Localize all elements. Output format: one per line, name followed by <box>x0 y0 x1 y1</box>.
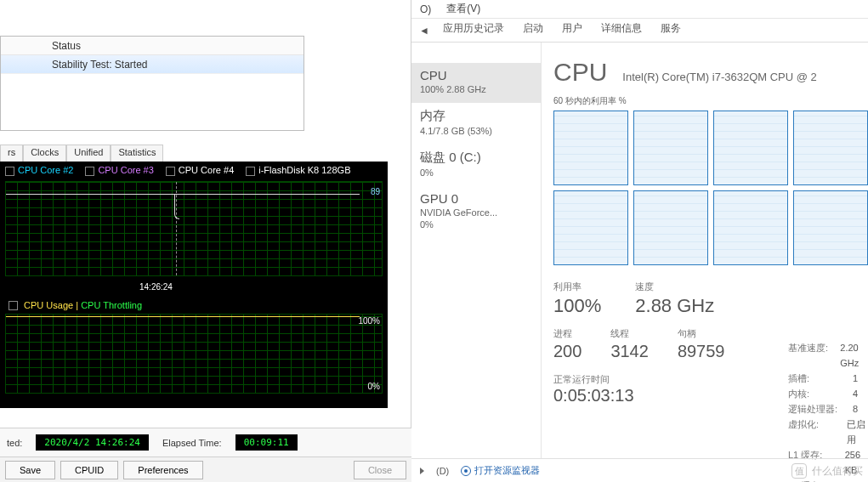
tab-unified[interactable]: Unified <box>66 145 111 162</box>
util-value: 100% <box>553 295 601 317</box>
save-button[interactable]: Save <box>5 461 55 479</box>
tab-scroll-left[interactable]: ◄ <box>415 20 434 42</box>
thread-value: 3142 <box>610 342 649 361</box>
core-graph-5[interactable] <box>633 190 708 265</box>
trace-usage <box>6 316 360 317</box>
trace-line <box>6 194 360 196</box>
graph-temp[interactable]: 89 <box>5 181 383 276</box>
tab-services[interactable]: 服务 <box>651 16 690 42</box>
spec-lp-v: 8 <box>853 401 858 417</box>
status-table: Status Stability Test: Started <box>0 36 304 131</box>
tm-sidebar: CPU 100% 2.88 GHz 内存 4.1/7.8 GB (53%) 磁盘… <box>411 43 542 458</box>
checkbox-icon[interactable] <box>85 167 94 176</box>
util-label: 利用率 <box>553 281 601 293</box>
menu-view[interactable]: 查看(V) <box>446 2 480 16</box>
spec-virt-k: 虚拟化: <box>788 417 842 447</box>
menu-options[interactable]: O) <box>420 3 431 15</box>
preferences-button[interactable]: Preferences <box>123 461 202 479</box>
legend-bottom: CPU Usage | CPU Throttling <box>0 295 388 313</box>
spec-lp-k: 逻辑处理器: <box>788 401 848 417</box>
status-row[interactable]: Stability Test: Started <box>1 55 304 74</box>
legend-throttle: CPU Throttling <box>81 300 142 310</box>
tm-body: CPU 100% 2.88 GHz 内存 4.1/7.8 GB (53%) 磁盘… <box>411 43 868 458</box>
spec-base-v: 2.20 GHz <box>840 340 868 371</box>
spec-sock-v: 1 <box>853 371 858 386</box>
checkbox-icon[interactable] <box>9 301 18 310</box>
legend-sep: | <box>76 300 78 310</box>
sensor-tabs: rs Clocks Unified Statistics <box>0 145 163 162</box>
core-graph-7[interactable] <box>793 190 868 265</box>
legend-usage: CPU Usage <box>24 300 73 310</box>
elapsed-value: 00:09:11 <box>235 434 298 451</box>
sidebar-item-gpu[interactable]: GPU 0 NVIDIA GeForce... 0% <box>411 186 541 238</box>
fewer-details[interactable]: (D) <box>436 466 449 476</box>
tab-startup[interactable]: 启动 <box>513 16 553 42</box>
core-graph-1[interactable] <box>633 111 708 185</box>
chevron-icon[interactable] <box>420 468 424 474</box>
checkbox-icon[interactable] <box>5 167 14 176</box>
legend-core2[interactable]: CPU Core #2 <box>5 165 73 176</box>
cpu-header: CPU Intel(R) Core(TM) i7-3632QM CPU @ 2 <box>553 58 868 87</box>
core-graph-2[interactable] <box>713 111 788 185</box>
speed-value: 2.88 GHz <box>635 295 714 317</box>
grid <box>6 182 382 275</box>
legend-top: CPU Core #2 CPU Core #3 CPU Core #4 i-Fl… <box>0 162 388 179</box>
open-resource-monitor[interactable]: 打开资源监视器 <box>461 464 540 477</box>
sidebar-gpu-sub2: 0% <box>420 219 532 230</box>
legend-core4[interactable]: CPU Core #4 <box>166 165 234 176</box>
stat-speed: 速度 2.88 GHz <box>635 281 714 317</box>
spec-core-k: 内核: <box>788 386 848 401</box>
sidebar-mem-title: 内存 <box>420 108 532 124</box>
stats-row1: 利用率 100% 速度 2.88 GHz <box>553 281 868 317</box>
cpu-name: Intel(R) Core(TM) i7-3632QM CPU @ 2 <box>622 71 816 83</box>
legend-flash[interactable]: i-FlashDisk K8 128GB <box>246 165 350 176</box>
thread-label: 线程 <box>610 327 649 340</box>
cpu-title: CPU <box>553 58 607 87</box>
spec-sock-k: 插槽: <box>788 371 848 386</box>
close-button[interactable]: Close <box>354 461 406 479</box>
sidebar-item-cpu[interactable]: CPU 100% 2.88 GHz <box>411 63 541 103</box>
tm-tabs: ◄ 应用历史记录 启动 用户 详细信息 服务 <box>411 19 868 43</box>
graph-sublabel: 60 秒内的利用率 % <box>553 95 868 107</box>
stat-handles: 句柄 89759 <box>678 327 725 361</box>
tab-statistics[interactable]: Statistics <box>111 145 163 162</box>
cpuid-button[interactable]: CPUID <box>60 461 118 479</box>
time-bar: ted: 2020/4/2 14:26:24 Elapsed Time: 00:… <box>0 428 411 456</box>
tm-footer: (D) 打开资源监视器 <box>411 458 868 482</box>
legend-core3[interactable]: CPU Core #3 <box>85 165 153 176</box>
sidebar-cpu-sub: 100% 2.88 GHz <box>420 84 532 94</box>
checkbox-icon[interactable] <box>166 167 175 176</box>
tab-sensors[interactable]: rs <box>0 145 23 162</box>
core-graph-6[interactable] <box>713 190 788 265</box>
sidebar-item-disk[interactable]: 磁盘 0 (C:) 0% <box>411 145 541 186</box>
cpuid-window: Status Stability Test: Started rs Clocks… <box>0 0 411 482</box>
sidebar-mem-sub: 4.1/7.8 GB (53%) <box>420 126 532 136</box>
tab-details[interactable]: 详细信息 <box>592 16 651 42</box>
scale-100: 100% <box>358 316 380 326</box>
sidebar-disk-title: 磁盘 0 (C:) <box>420 150 532 166</box>
tab-clocks[interactable]: Clocks <box>23 145 66 162</box>
tab-history[interactable]: 应用历史记录 <box>434 16 513 42</box>
tm-main: CPU Intel(R) Core(TM) i7-3632QM CPU @ 2 … <box>542 43 868 458</box>
proc-label: 进程 <box>553 327 582 340</box>
graph-usage[interactable]: 100% 0% <box>5 314 383 394</box>
core-graph-4[interactable] <box>553 190 628 265</box>
spec-core-v: 4 <box>853 386 858 401</box>
tab-users[interactable]: 用户 <box>553 16 592 42</box>
monitor-icon <box>461 466 471 476</box>
core-graph-0[interactable] <box>553 111 628 185</box>
core-graph-3[interactable] <box>793 111 868 185</box>
speed-label: 速度 <box>635 281 714 293</box>
sidebar-gpu-sub1: NVIDIA GeForce... <box>420 207 532 218</box>
sidebar-gpu-title: GPU 0 <box>420 191 532 206</box>
sidebar-item-memory[interactable]: 内存 4.1/7.8 GB (53%) <box>411 103 541 145</box>
task-manager: O) 查看(V) ◄ 应用历史记录 启动 用户 详细信息 服务 CPU 100%… <box>411 0 868 482</box>
started-value: 2020/4/2 14:26:24 <box>36 434 149 451</box>
spec-base-k: 基准速度: <box>788 340 835 371</box>
status-header[interactable]: Status <box>1 37 304 55</box>
status-empty <box>1 74 304 130</box>
monitor-panel: CPU Core #2 CPU Core #3 CPU Core #4 i-Fl… <box>0 162 388 408</box>
checkbox-icon[interactable] <box>246 167 255 176</box>
stat-utilization: 利用率 100% <box>553 281 601 317</box>
elapsed-label: Elapsed Time: <box>162 438 222 448</box>
